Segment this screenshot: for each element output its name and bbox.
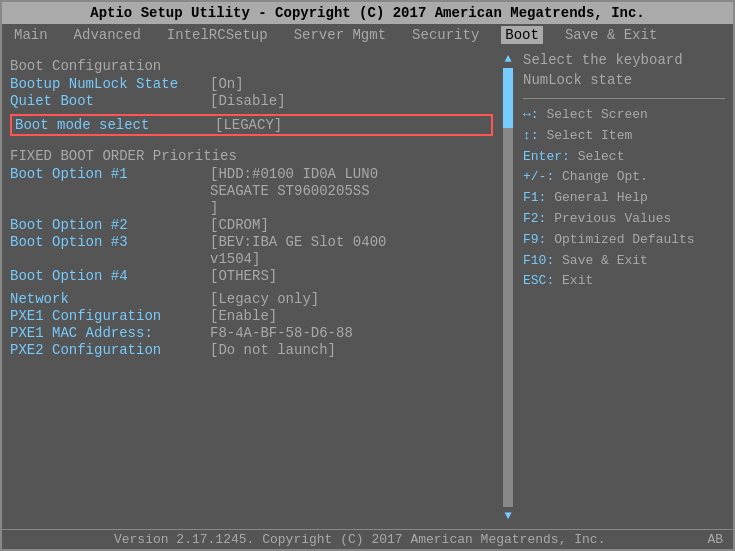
row-boot1: Boot Option #1 [HDD:#0100 ID0A LUN0	[10, 166, 493, 182]
scroll-thumb[interactable]	[503, 68, 513, 128]
label-pxe1mac: PXE1 MAC Address:	[10, 325, 210, 341]
left-panel: Boot Configuration Bootup NumLock State …	[10, 52, 501, 523]
menu-main[interactable]: Main	[10, 26, 52, 44]
label-pxe2config: PXE2 Configuration	[10, 342, 210, 358]
value-boot4: [OTHERS]	[210, 268, 277, 284]
key-esc: ESC: Exit	[523, 271, 725, 292]
key-f1-desc: General Help	[554, 190, 648, 205]
row-boot4: Boot Option #4 [OTHERS]	[10, 268, 493, 284]
key-plusminus: +/-: Change Opt.	[523, 167, 725, 188]
row-pxe1config: PXE1 Configuration [Enable]	[10, 308, 493, 324]
boot-mode-row[interactable]: Boot mode select [LEGACY]	[10, 114, 493, 136]
label-numlock: Bootup NumLock State	[10, 76, 210, 92]
key-selectscreen-key: ↔:	[523, 107, 539, 122]
value-numlock: [On]	[210, 76, 244, 92]
footer-ab: AB	[707, 532, 723, 547]
row-boot3-cont: v1504]	[10, 251, 493, 267]
value-quietboot: [Disable]	[210, 93, 286, 109]
menu-bar: Main Advanced IntelRCSetup Server Mgmt S…	[2, 24, 733, 46]
title-bar: Aptio Setup Utility - Copyright (C) 2017…	[2, 2, 733, 24]
key-f9: F9: Optimized Defaults	[523, 230, 725, 251]
key-f9-desc: Optimized Defaults	[554, 232, 694, 247]
bios-setup-window: Aptio Setup Utility - Copyright (C) 2017…	[0, 0, 735, 551]
divider1	[523, 98, 725, 99]
value-boot1: [HDD:#0100 ID0A LUN0	[210, 166, 378, 182]
menu-security[interactable]: Security	[408, 26, 483, 44]
key-enter-key: Enter:	[523, 149, 570, 164]
label-boot1-spacer	[10, 183, 210, 199]
main-content: Boot Configuration Bootup NumLock State …	[2, 46, 733, 529]
row-numlock: Bootup NumLock State [On]	[10, 76, 493, 92]
label-boot3-spacer	[10, 251, 210, 267]
label-boot1: Boot Option #1	[10, 166, 210, 182]
key-esc-key: ESC:	[523, 273, 554, 288]
title-text: Aptio Setup Utility - Copyright (C) 2017…	[90, 5, 645, 21]
menu-servermgmt[interactable]: Server Mgmt	[290, 26, 390, 44]
row-pxe1mac: PXE1 MAC Address: F8-4A-BF-58-D6-88	[10, 325, 493, 341]
row-boot1-line2: SEAGATE ST9600205SS	[10, 183, 493, 199]
value-pxe1config: [Enable]	[210, 308, 277, 324]
menu-saveexit[interactable]: Save & Exit	[561, 26, 661, 44]
key-selectscreen: ↔: Select Screen	[523, 105, 725, 126]
value-pxe1mac: F8-4A-BF-58-D6-88	[210, 325, 353, 341]
key-plusminus-key: +/-:	[523, 169, 554, 184]
key-f2-desc: Previous Values	[554, 211, 671, 226]
label-boot4: Boot Option #4	[10, 268, 210, 284]
key-selectitem: ↕: Select Item	[523, 126, 725, 147]
value-bootmode: [LEGACY]	[215, 117, 282, 133]
key-help-section: ↔: Select Screen ↕: Select Item Enter: S…	[523, 105, 725, 292]
value-boot1-line2: SEAGATE ST9600205SS	[210, 183, 370, 199]
key-f2-key: F2:	[523, 211, 546, 226]
label-boot3: Boot Option #3	[10, 234, 210, 250]
row-boot3: Boot Option #3 [BEV:IBA GE Slot 0400	[10, 234, 493, 250]
key-enter: Enter: Select	[523, 147, 725, 168]
row-boot1-line3: ]	[10, 200, 493, 216]
section2-title: FIXED BOOT ORDER Priorities	[10, 148, 493, 164]
label-boot1-spacer2	[10, 200, 210, 216]
label-bootmode: Boot mode select	[15, 117, 215, 133]
value-boot3: [BEV:IBA GE Slot 0400	[210, 234, 386, 250]
key-f1-key: F1:	[523, 190, 546, 205]
scrollbar[interactable]: ▲ ▼	[501, 52, 515, 523]
menu-advanced[interactable]: Advanced	[70, 26, 145, 44]
help-line1: Select the keyboard	[523, 52, 725, 68]
label-boot2: Boot Option #2	[10, 217, 210, 233]
footer-text: Version 2.17.1245. Copyright (C) 2017 Am…	[12, 532, 707, 547]
key-selectitem-key: ↕:	[523, 128, 539, 143]
footer: Version 2.17.1245. Copyright (C) 2017 Am…	[2, 529, 733, 549]
key-plusminus-desc: Change Opt.	[562, 169, 648, 184]
key-esc-desc: Exit	[562, 273, 593, 288]
scroll-down-arrow[interactable]: ▼	[504, 509, 511, 523]
value-boot1-line3: ]	[210, 200, 218, 216]
key-selectitem-desc: Select Item	[546, 128, 632, 143]
key-f10-key: F10:	[523, 253, 554, 268]
label-quietboot: Quiet Boot	[10, 93, 210, 109]
key-f10: F10: Save & Exit	[523, 251, 725, 272]
scroll-track[interactable]	[503, 68, 513, 507]
row-quietboot: Quiet Boot [Disable]	[10, 93, 493, 109]
value-network: [Legacy only]	[210, 291, 319, 307]
key-f1: F1: General Help	[523, 188, 725, 209]
help-line2: NumLock state	[523, 72, 725, 88]
key-f2: F2: Previous Values	[523, 209, 725, 230]
right-panel: Select the keyboard NumLock state ↔: Sel…	[515, 52, 725, 523]
section1-title: Boot Configuration	[10, 58, 493, 74]
value-boot2: [CDROM]	[210, 217, 269, 233]
menu-intelrcsetup[interactable]: IntelRCSetup	[163, 26, 272, 44]
row-network: Network [Legacy only]	[10, 291, 493, 307]
label-network: Network	[10, 291, 210, 307]
value-pxe2config: [Do not launch]	[210, 342, 336, 358]
row-pxe2config: PXE2 Configuration [Do not launch]	[10, 342, 493, 358]
network-section: Network [Legacy only] PXE1 Configuration…	[10, 291, 493, 359]
key-f9-key: F9:	[523, 232, 546, 247]
menu-boot[interactable]: Boot	[501, 26, 543, 44]
key-selectscreen-desc: Select Screen	[546, 107, 647, 122]
value-boot3-cont: v1504]	[210, 251, 260, 267]
key-enter-desc: Select	[578, 149, 625, 164]
row-boot2: Boot Option #2 [CDROM]	[10, 217, 493, 233]
scroll-up-arrow[interactable]: ▲	[504, 52, 511, 66]
key-f10-desc: Save & Exit	[562, 253, 648, 268]
label-pxe1config: PXE1 Configuration	[10, 308, 210, 324]
